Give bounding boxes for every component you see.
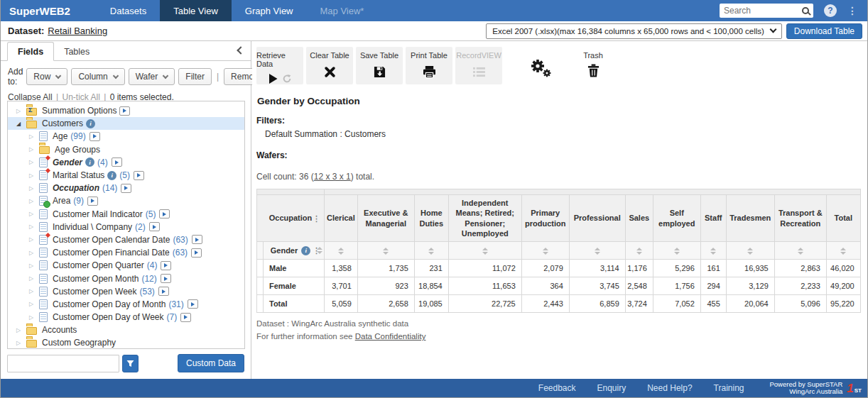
sort-icon[interactable] [482, 248, 488, 255]
expand-icon[interactable]: ▷ [29, 301, 39, 307]
column-header[interactable]: Total [826, 195, 860, 242]
column-header[interactable]: Tradesmen [726, 195, 774, 242]
tree-item-customer-open-financial-date[interactable]: ▷ Customer Open Financial Date (63) [8, 246, 244, 259]
tree-item-individual-company[interactable]: ▷ Individual \ Company (2) [8, 221, 244, 233]
sort-icon[interactable] [747, 248, 753, 255]
search-icon[interactable] [802, 7, 809, 14]
print-table-button[interactable]: Print Table [406, 47, 452, 84]
expand-icon[interactable]: ▷ [16, 327, 26, 333]
field-arrow-button[interactable] [134, 171, 144, 180]
sort-icon[interactable] [383, 248, 389, 255]
dataset-link[interactable]: Retail Banking [48, 26, 107, 36]
sort-icon[interactable] [798, 248, 803, 255]
row-dimension-header[interactable]: Gender i ⋮ [264, 242, 325, 260]
column-header[interactable]: Sales [625, 195, 653, 242]
nav-tab-table-view[interactable]: Table View [160, 0, 232, 21]
tree-item-age[interactable]: ▷ Age (99) [8, 130, 244, 143]
field-arrow-button[interactable] [188, 299, 198, 309]
feedback-link[interactable]: Feedback [538, 383, 576, 393]
tree-item-custom-geography[interactable]: ▷ Custom Geography [8, 336, 244, 349]
data-confidentiality-link[interactable]: Data Confidentiality [355, 332, 426, 341]
tree-item-customer-open-calendar-date[interactable]: ▷ Customer Open Calendar Date (63) [8, 233, 244, 246]
tree-item-customer-mail-indicator[interactable]: ▷ Customer Mail Indicator (5) [8, 208, 244, 221]
custom-data-button[interactable]: Custom Data [178, 354, 244, 372]
tree-item-customer-open-day-of-week[interactable]: ▷ Customer Open Day of Week (7) [8, 311, 244, 324]
sort-icon[interactable] [338, 248, 344, 255]
nav-tab-datasets[interactable]: Datasets [97, 0, 160, 21]
sort-icon[interactable] [674, 248, 680, 255]
tab-fields[interactable]: Fields [7, 42, 54, 61]
add-to-row-button[interactable]: Row [26, 68, 67, 85]
info-icon[interactable]: i [301, 246, 310, 255]
column-dimension-header[interactable]: Occupation ⋮ [257, 195, 325, 242]
sort-icon[interactable] [840, 248, 846, 255]
nav-tab-map-view[interactable]: Map View* [307, 0, 378, 21]
cell-count-link[interactable]: 12 x 3 x 1 [314, 172, 351, 182]
expand-icon[interactable]: ▷ [29, 314, 39, 321]
expand-icon[interactable]: ▷ [29, 133, 39, 140]
add-to-filter-button[interactable]: Filter [178, 68, 212, 85]
column-header[interactable]: Staff [700, 195, 726, 242]
field-arrow-button[interactable] [180, 313, 191, 322]
row-label[interactable]: Male [264, 260, 325, 277]
save-table-button[interactable]: Save Table [356, 47, 403, 84]
column-header[interactable]: Professional [569, 195, 625, 242]
field-arrow-button[interactable] [119, 106, 130, 116]
collapse-sidebar-icon[interactable] [237, 46, 244, 54]
expand-icon[interactable]: ▷ [29, 250, 39, 256]
expand-icon[interactable]: ▷ [29, 159, 39, 165]
field-arrow-button[interactable] [192, 235, 202, 244]
retrieve-data-button[interactable]: Retrieve Data [256, 47, 303, 84]
field-arrow-button[interactable] [87, 197, 98, 206]
field-arrow-button[interactable] [159, 209, 170, 219]
tree-item-customer-open-month[interactable]: ▷ Customer Open Month (12) [8, 272, 244, 284]
add-to-column-button[interactable]: Column [71, 68, 124, 85]
collapse-icon[interactable]: ◢ [16, 121, 26, 127]
column-header[interactable]: Home Duties [414, 195, 448, 242]
tree-item-gender[interactable]: ▷ Gender i (4) [8, 156, 244, 169]
row-label[interactable]: Female [264, 277, 325, 295]
help-icon[interactable]: ? [824, 4, 837, 17]
recordview-button[interactable]: RecordVIEW [455, 47, 502, 84]
expand-icon[interactable]: ▷ [29, 262, 39, 269]
sort-icon[interactable] [710, 248, 716, 255]
field-search-input[interactable] [7, 355, 119, 372]
tree-item-customer-open-quarter[interactable]: ▷ Customer Open Quarter (4) [8, 259, 244, 272]
column-header[interactable]: Clerical [325, 195, 358, 242]
training-link[interactable]: Training [714, 383, 744, 393]
tree-item-occupation[interactable]: ▷ Occupation (14) [8, 182, 244, 194]
expand-icon[interactable]: ▷ [29, 146, 39, 153]
enquiry-link[interactable]: Enquiry [597, 383, 626, 393]
tree-item-summation-options[interactable]: ▷ Summation Options [8, 104, 244, 117]
sort-icon[interactable] [428, 248, 434, 255]
field-arrow-button[interactable] [89, 132, 100, 141]
tree-item-customers[interactable]: ◢ Customers i [8, 117, 244, 130]
tab-tables[interactable]: Tables [54, 43, 99, 60]
export-format-select[interactable]: Excel 2007 (.xlsx)(max 16,384 columns x … [486, 23, 782, 39]
row-label[interactable]: Total [264, 295, 325, 313]
field-arrow-button[interactable] [149, 222, 160, 231]
kebab-menu-icon[interactable]: ⋮ [313, 213, 320, 223]
expand-icon[interactable]: ▷ [29, 236, 39, 243]
field-filter-button[interactable] [122, 355, 139, 372]
expand-icon[interactable]: ▷ [29, 185, 39, 192]
info-icon[interactable]: i [107, 171, 116, 180]
info-icon[interactable]: i [86, 119, 95, 128]
expand-icon[interactable]: ▷ [16, 340, 26, 346]
column-header[interactable]: Independent Means; Retired; Pensioner; U… [448, 195, 521, 242]
expand-icon[interactable]: ▷ [29, 172, 39, 179]
clear-table-button[interactable]: Clear Table [306, 47, 353, 84]
sort-icon[interactable] [543, 248, 548, 255]
info-icon[interactable]: i [85, 157, 94, 167]
overflow-menu-icon[interactable]: ⋮ [847, 5, 857, 16]
field-arrow-button[interactable] [121, 184, 131, 193]
column-header[interactable]: Transport & Recreation [774, 195, 826, 242]
need-help-link[interactable]: Need Help? [647, 383, 692, 393]
column-header[interactable]: Self employed [653, 195, 700, 242]
expand-icon[interactable]: ▷ [29, 223, 39, 230]
tree-item-customer-open-week[interactable]: ▷ Customer Open Week (53) [8, 285, 244, 298]
tree-item-accounts[interactable]: ▷ Accounts [8, 324, 244, 336]
download-table-button[interactable]: Download Table [786, 23, 862, 39]
tree-item-customer-open-day-of-month[interactable]: ▷ Customer Open Day of Month (31) [8, 298, 244, 311]
column-header[interactable]: Executive & Managerial [357, 195, 414, 242]
